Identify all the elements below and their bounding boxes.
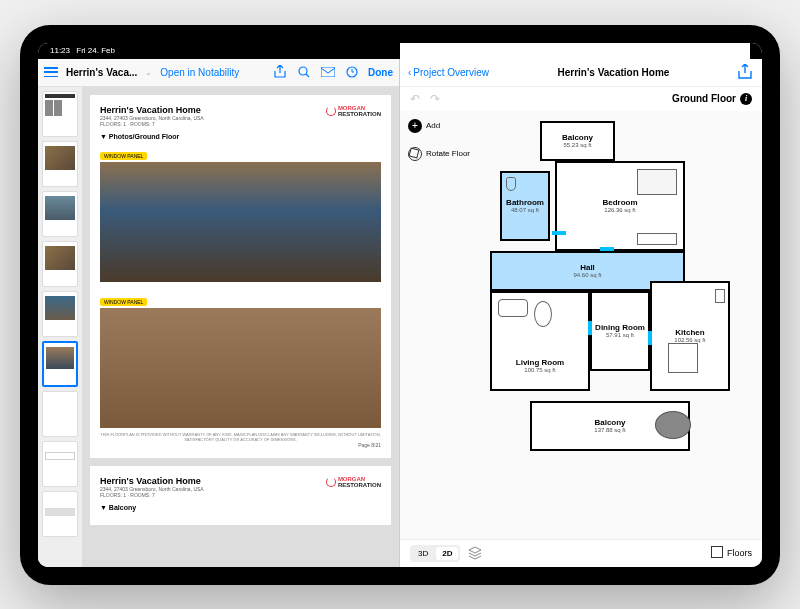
room-name: Dining Room — [595, 323, 645, 332]
thumb-4[interactable] — [42, 241, 78, 287]
room-area: 55.23 sq ft — [563, 142, 591, 148]
open-in-button[interactable]: Open in Notability — [160, 67, 239, 78]
room-name: Living Room — [516, 358, 564, 367]
room-name: Balcony — [594, 418, 625, 427]
view-2d-button[interactable]: 2D — [436, 547, 458, 560]
add-tool[interactable]: + Add — [408, 119, 470, 133]
mail-icon[interactable] — [320, 64, 336, 80]
share-icon[interactable] — [272, 64, 288, 80]
svg-rect-8 — [409, 148, 419, 158]
bed-icon — [637, 169, 677, 195]
view-toggle[interactable]: 3D 2D — [410, 545, 460, 562]
thumb-8[interactable] — [42, 441, 78, 487]
brand-logo: MORGAN RESTORATION — [326, 105, 381, 117]
info-icon[interactable]: i — [740, 93, 752, 105]
page-number: Page 8/21 — [100, 442, 381, 448]
status-left: 11:23 Fri 24. Feb — [50, 46, 115, 55]
floor-label-row[interactable]: Ground Floor i — [672, 93, 752, 105]
thumb-6[interactable] — [42, 341, 78, 387]
page-title: Herrin's Vacation Home — [100, 105, 204, 115]
room-name: Bedroom — [602, 198, 637, 207]
thumb-1[interactable] — [42, 91, 78, 137]
page-title-2: Herrin's Vacation Home — [100, 476, 204, 486]
status-date: Fri 24. Feb — [76, 46, 115, 55]
sink-icon — [715, 289, 725, 303]
view-3d-button[interactable]: 3D — [412, 547, 434, 560]
room-dining[interactable]: Dining Room 57.91 sq ft — [590, 291, 650, 371]
photo-tag-1: WINDOW PANEL — [100, 152, 147, 160]
sub-toolbar: ↶ ↷ Ground Floor i — [400, 87, 762, 111]
thumb-3[interactable] — [42, 191, 78, 237]
page-address-2: 2344, 27403 Greensboro, North Carolina, … — [100, 486, 204, 492]
bottom-bar: 3D 2D Floors — [400, 539, 762, 567]
room-name: Hall — [580, 263, 595, 272]
room-area: 94.60 sq ft — [573, 272, 601, 278]
page-header: Herrin's Vacation Home 2344, 27403 Green… — [100, 105, 381, 127]
thumb-9[interactable] — [42, 491, 78, 537]
ipad-frame: 11:23 Fri 24. Feb 44 % Herrin's Vaca... … — [20, 25, 780, 585]
svg-line-5 — [306, 74, 309, 77]
left-body: Herrin's Vacation Home 2344, 27403 Green… — [38, 87, 399, 567]
patio-table-icon — [655, 411, 691, 439]
undo-icon[interactable]: ↶ — [410, 92, 420, 106]
room-area: 100.75 sq ft — [524, 367, 555, 373]
room-name: Kitchen — [675, 328, 704, 337]
room-area: 126.36 sq ft — [604, 207, 635, 213]
photo-2 — [100, 308, 381, 428]
rotate-tool[interactable]: Rotate Floor — [408, 147, 470, 161]
screen: 11:23 Fri 24. Feb 44 % Herrin's Vaca... … — [38, 43, 762, 567]
share-icon-right[interactable] — [738, 64, 754, 80]
thumb-2[interactable] — [42, 141, 78, 187]
oval-table-icon — [534, 301, 552, 327]
floor-name: Ground Floor — [672, 93, 736, 104]
thumb-5[interactable] — [42, 291, 78, 337]
floorplan[interactable]: Balcony 55.23 sq ft Bathroom 48.07 sq ft… — [470, 121, 730, 491]
status-time: 11:23 — [50, 46, 70, 55]
table-icon — [668, 343, 698, 373]
battery-text: 44 % — [566, 46, 584, 55]
back-label: Project Overview — [413, 67, 489, 78]
thumbnail-rail[interactable] — [38, 87, 82, 567]
sofa-icon — [498, 299, 528, 317]
logo-swirl-icon — [326, 106, 336, 116]
page-address: 2344, 27403 Greensboro, North Carolina, … — [100, 115, 204, 121]
floorplan-canvas[interactable]: + Add Rotate Floor Balcony 55.23 sq ft B… — [400, 111, 762, 539]
room-name: Bathroom — [506, 198, 544, 207]
room-area: 48.07 sq ft — [511, 207, 539, 213]
menu-icon[interactable] — [44, 67, 58, 77]
redo-icon[interactable]: ↷ — [430, 92, 440, 106]
photo-1 — [100, 162, 381, 282]
thumb-7[interactable] — [42, 391, 78, 437]
floors-button[interactable]: Floors — [713, 548, 752, 558]
clock-icon[interactable] — [344, 64, 360, 80]
done-button[interactable]: Done — [368, 67, 393, 78]
left-toolbar: Herrin's Vaca... ⌄ Open in Notability Do… — [38, 59, 399, 87]
room-living[interactable]: Living Room 100.75 sq ft — [490, 291, 590, 391]
svg-point-4 — [299, 67, 307, 75]
door-accent — [588, 321, 592, 335]
room-bathroom[interactable]: Bathroom 48.07 sq ft — [500, 171, 550, 241]
wardrobe-icon — [637, 233, 677, 245]
floors-label: Floors — [727, 548, 752, 558]
photo-tag-2: WINDOW PANEL — [100, 298, 147, 306]
left-app: Herrin's Vaca... ⌄ Open in Notability Do… — [38, 59, 400, 567]
split-view: Herrin's Vaca... ⌄ Open in Notability Do… — [38, 59, 762, 567]
doc-title-truncated[interactable]: Herrin's Vaca... — [66, 67, 137, 78]
chevron-down-icon[interactable]: ⌄ — [145, 68, 152, 77]
brand-logo-2: MORGANRESTORATION — [326, 476, 381, 488]
side-tools: + Add Rotate Floor — [408, 119, 470, 161]
page-meta: FLOORS: 1 · ROOMS: 7 — [100, 121, 204, 127]
page-1: Herrin's Vacation Home 2344, 27403 Green… — [90, 95, 391, 458]
rotate-label: Rotate Floor — [426, 149, 470, 158]
room-bedroom[interactable]: Bedroom 126.36 sq ft — [555, 161, 685, 251]
disclaimer: THIS FLOORPLAN IS PROVIDED WITHOUT WARRA… — [100, 432, 381, 442]
room-kitchen[interactable]: Kitchen 102.56 sq ft — [650, 281, 730, 391]
room-balcony-1[interactable]: Balcony 55.23 sq ft — [540, 121, 615, 161]
layers-icon[interactable] — [468, 546, 482, 560]
back-button[interactable]: ‹ Project Overview — [408, 67, 489, 78]
add-label: Add — [426, 121, 440, 130]
svg-rect-6 — [321, 67, 335, 77]
document-view[interactable]: Herrin's Vacation Home 2344, 27403 Green… — [82, 87, 399, 567]
search-icon[interactable] — [296, 64, 312, 80]
rotate-icon — [408, 147, 422, 161]
